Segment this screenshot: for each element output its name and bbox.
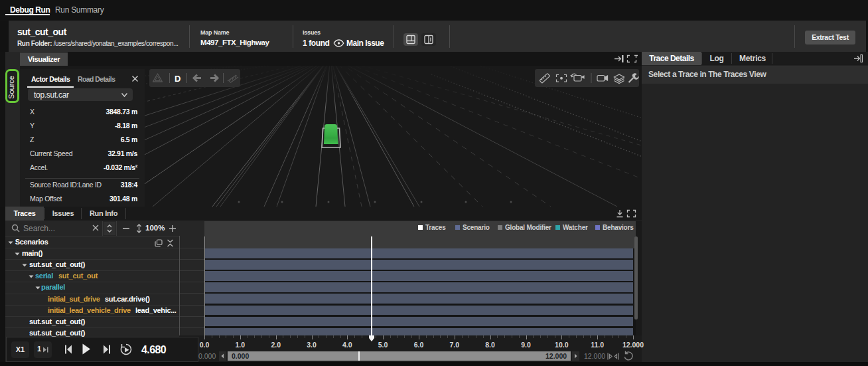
svg-text:D: D [175,74,181,84]
